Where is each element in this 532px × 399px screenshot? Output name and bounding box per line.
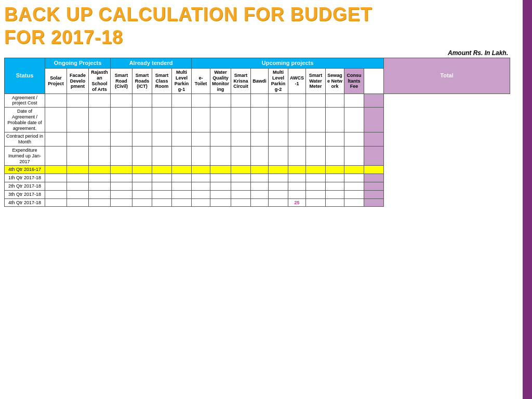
table-cell	[306, 108, 326, 132]
table-cell	[192, 94, 210, 108]
row-label: Agreement / project Cost	[5, 94, 45, 108]
table-cell	[132, 132, 152, 147]
table-cell	[111, 174, 132, 182]
table-cell	[152, 146, 172, 165]
table-cell	[326, 94, 344, 108]
table-cell	[152, 174, 172, 182]
table-cell	[306, 146, 326, 165]
table-cell	[67, 198, 89, 207]
table-cell	[172, 182, 192, 190]
table-cell	[67, 190, 89, 198]
table-cell	[67, 94, 89, 108]
table-cell	[306, 182, 326, 190]
table-cell	[231, 166, 251, 174]
table-row: 3th Qtr 2017-18	[5, 190, 510, 198]
table-cell	[210, 198, 231, 207]
table-cell	[364, 94, 384, 108]
budget-table: Status Ongoing Projects Already tenderd …	[4, 58, 510, 207]
col-multi-level-p1: Multi Level Parkin g-1	[172, 69, 192, 94]
table-cell	[231, 132, 251, 147]
col-water-quality: Water Quality Monitor ing	[210, 69, 231, 94]
table-cell	[192, 174, 210, 182]
table-cell	[269, 198, 288, 207]
table-cell	[152, 198, 172, 207]
row-label: 4th Qtr 2016-17	[5, 166, 45, 174]
table-cell	[192, 190, 210, 198]
table-row: Expenditure Inurned up Jan-2017	[5, 146, 510, 165]
col-multi-level-p2: Multi Level Parkin g-2	[269, 69, 288, 94]
table-cell	[210, 108, 231, 132]
upcoming-header: Upcoming projects	[192, 58, 384, 69]
col-solar: Solar Project	[45, 69, 67, 94]
table-cell	[67, 146, 89, 165]
table-cell	[132, 108, 152, 132]
table-cell	[326, 182, 344, 190]
table-cell	[231, 146, 251, 165]
table-cell	[288, 190, 306, 198]
table-cell	[231, 108, 251, 132]
col-sewage: Sewag e Netw ork	[326, 69, 344, 94]
table-cell	[364, 146, 384, 165]
table-cell	[269, 166, 288, 174]
table-cell	[45, 146, 67, 165]
row-label: Expenditure Inurned up Jan-2017	[5, 146, 45, 165]
table-cell	[45, 166, 67, 174]
table-cell	[89, 132, 111, 147]
page-title: BACK UP CALCULATION FOR BUDGET FOR 2017-…	[4, 4, 510, 47]
col-awcs1: AWCS -1	[288, 69, 306, 94]
table-cell	[89, 190, 111, 198]
table-cell	[306, 132, 326, 147]
table-row: Contract period in Month	[5, 132, 510, 147]
table-cell	[269, 190, 288, 198]
table-cell	[306, 190, 326, 198]
table-cell	[364, 166, 384, 174]
table-cell	[111, 108, 132, 132]
table-cell	[269, 108, 288, 132]
table-cell	[344, 146, 364, 165]
table-cell	[45, 94, 67, 108]
table-cell	[364, 198, 384, 207]
table-cell	[111, 94, 132, 108]
row-label: Contract period in Month	[5, 132, 45, 147]
table-cell	[269, 132, 288, 147]
table-cell	[210, 174, 231, 182]
table-cell	[326, 108, 344, 132]
table-cell	[326, 166, 344, 174]
table-cell	[344, 190, 364, 198]
table-cell	[132, 198, 152, 207]
table-cell	[210, 94, 231, 108]
table-cell	[111, 132, 132, 147]
col-rajasthan: Rajasth an School of Arts	[89, 69, 111, 94]
table-cell	[344, 166, 364, 174]
table-cell	[132, 174, 152, 182]
table-cell	[251, 166, 269, 174]
table-cell	[172, 190, 192, 198]
table-cell	[111, 146, 132, 165]
col-consultants: Consu ltants Fee	[344, 69, 364, 94]
table-cell	[251, 94, 269, 108]
table-cell	[45, 108, 67, 132]
table-cell	[89, 166, 111, 174]
table-cell	[192, 198, 210, 207]
table-cell	[288, 174, 306, 182]
table-cell	[45, 198, 67, 207]
table-cell	[269, 146, 288, 165]
table-cell	[344, 174, 364, 182]
table-cell	[67, 182, 89, 190]
table-cell: 25	[288, 198, 306, 207]
table-row: Date of Agreement / Probable date of agr…	[5, 108, 510, 132]
table-cell	[210, 146, 231, 165]
table-cell	[344, 132, 364, 147]
table-cell	[326, 174, 344, 182]
table-cell	[132, 182, 152, 190]
col-smart-roads-ict: Smart Roads (ICT)	[132, 69, 152, 94]
row-label: 2th Qtr 2017-18	[5, 182, 45, 190]
col-smart-road-civil: Smart Road (Civil)	[111, 69, 132, 94]
table-cell	[364, 182, 384, 190]
table-cell	[231, 182, 251, 190]
group-header-row: Status Ongoing Projects Already tenderd …	[5, 58, 510, 69]
table-cell	[326, 146, 344, 165]
table-cell	[45, 132, 67, 147]
table-cell	[251, 190, 269, 198]
already-header: Already tenderd	[111, 58, 192, 69]
